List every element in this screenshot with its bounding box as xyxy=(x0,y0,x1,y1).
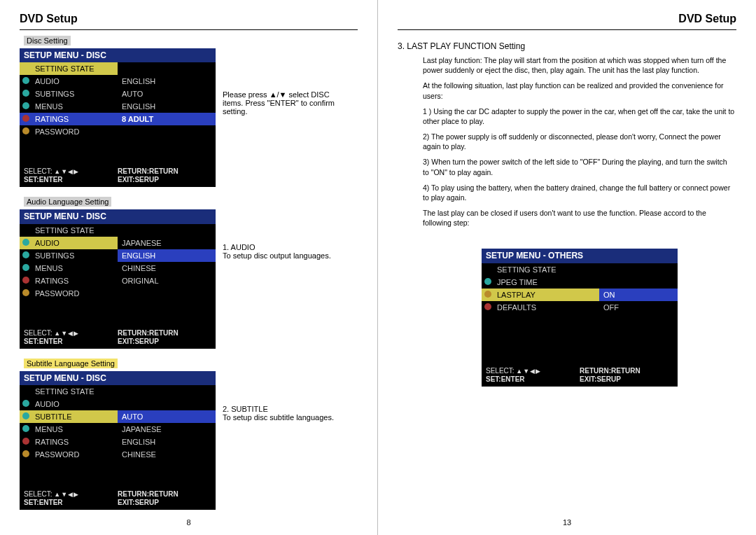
menu-value: AUTO xyxy=(118,88,216,100)
page-right: DVD Setup 3. LAST PLAY FUNCTION Setting … xyxy=(378,0,756,535)
play-icon xyxy=(484,291,491,298)
menu-value-blank xyxy=(599,263,678,276)
globe-icon xyxy=(22,412,29,419)
menu-item-ratings[interactable]: RATINGS xyxy=(20,436,118,448)
menu-item-menus[interactable]: MENUS xyxy=(20,262,118,275)
globe-icon xyxy=(22,400,29,407)
menu-item-jpeg-time[interactable]: JPEG TIME xyxy=(482,276,599,289)
menu-item-menus[interactable]: MENUS xyxy=(20,100,118,113)
menu-value-blank xyxy=(118,125,216,138)
globe-icon xyxy=(22,90,29,97)
menu-item-ratings[interactable]: RATINGS xyxy=(20,113,118,125)
image-icon xyxy=(484,278,491,285)
globe-icon xyxy=(22,239,29,246)
menu-item-setting-state[interactable]: SETTING STATE xyxy=(482,263,599,276)
menu-header: SETUP MENU - DISC xyxy=(20,209,216,223)
page-left: DVD Setup Disc Setting SETUP MENU - DISC… xyxy=(0,0,378,535)
menu-footer: SELECT: ▲▼◀▶SET:ENTER RETURN:RETURNEXIT:… xyxy=(20,166,216,187)
menu-item-setting-state[interactable]: SETTING STATE xyxy=(20,62,118,75)
menu-item-defaults[interactable]: DEFAULTS xyxy=(482,301,599,314)
menu-disc-1: SETUP MENU - DISC SETTING STATE AUDIO SU… xyxy=(20,48,216,187)
reset-icon xyxy=(484,303,491,310)
menu-value: ORIGINAL xyxy=(118,275,216,287)
key-icon xyxy=(22,289,29,296)
menu-value: CHINESE xyxy=(118,262,216,275)
menu-value: JAPANESE xyxy=(118,423,216,436)
body-text: Last play function: The play will start … xyxy=(423,55,735,228)
menu-header: SETUP MENU - DISC xyxy=(20,371,216,385)
menu-item-setting-state[interactable]: SETTING STATE xyxy=(20,224,118,237)
key-icon xyxy=(22,450,29,457)
caption-menu2: 1. AUDIO To setup disc output languages. xyxy=(216,209,331,260)
section-audio-lang: Audio Language Setting xyxy=(24,197,111,207)
row-menu1: SETUP MENU - DISC SETTING STATE AUDIO SU… xyxy=(20,48,358,187)
globe-icon xyxy=(22,264,29,271)
page-title-right: DVD Setup xyxy=(398,13,736,25)
globe-icon xyxy=(22,425,29,432)
page-number-right: 13 xyxy=(378,518,756,527)
menu-item-password[interactable]: PASSWORD xyxy=(20,125,118,138)
caption-menu1: Please press ▲/▼ select DISC items. Pres… xyxy=(216,48,349,116)
menu-item-audio[interactable]: AUDIO xyxy=(20,398,118,410)
menu-item-subtings[interactable]: SUBTINGS xyxy=(20,249,118,262)
globe-icon xyxy=(22,251,29,258)
menu-value: OFF xyxy=(599,301,678,314)
menu-header: SETUP MENU - DISC xyxy=(20,48,216,62)
menu-footer: SELECT: ▲▼◀▶SET:ENTER RETURN:RETURNEXIT:… xyxy=(20,328,216,349)
menu-item-password[interactable]: PASSWORD xyxy=(20,448,118,461)
menu-item-ratings[interactable]: RATINGS xyxy=(20,275,118,287)
lock-icon xyxy=(22,115,29,122)
divider xyxy=(20,29,358,30)
menu-value-blank xyxy=(118,385,216,398)
menu-value: ENGLISH xyxy=(118,436,216,448)
menu-value: ENGLISH xyxy=(118,75,216,88)
page-title-left: DVD Setup xyxy=(20,13,358,25)
menu-disc-2: SETUP MENU - DISC SETTING STATE AUDIO SU… xyxy=(20,209,216,348)
section-disc-setting: Disc Setting xyxy=(24,36,71,46)
menu-value-blank xyxy=(118,398,216,410)
menu-footer: SELECT: ▲▼◀▶SET:ENTER RETURN:RETURNEXIT:… xyxy=(482,366,678,387)
globe-icon xyxy=(22,102,29,109)
menu-value-blank xyxy=(118,224,216,237)
page-number-left: 8 xyxy=(0,518,377,527)
lock-icon xyxy=(22,277,29,284)
row-menu3: SETUP MENU - DISC SETTING STATE AUDIO SU… xyxy=(20,371,358,510)
menu-footer: SELECT: ▲▼◀▶SET:ENTER RETURN:RETURNEXIT:… xyxy=(20,489,216,510)
menu-value-blank xyxy=(599,276,678,289)
menu-others: SETUP MENU - OTHERS SETTING STATE JPEG T… xyxy=(482,249,678,386)
menu-value-selected: 8 ADULT xyxy=(118,113,216,125)
menu-header: SETUP MENU - OTHERS xyxy=(482,249,678,263)
section-subtitle-lang: Subtitle Language Setting xyxy=(24,359,118,368)
menu-value: ENGLISH xyxy=(118,100,216,113)
menu-value: JAPANESE xyxy=(118,237,216,249)
menu-value-selected: ENGLISH xyxy=(118,249,216,262)
lock-icon xyxy=(22,438,29,445)
menu-item-audio[interactable]: AUDIO xyxy=(20,237,118,249)
menu-item-setting-state[interactable]: SETTING STATE xyxy=(20,385,118,398)
divider xyxy=(398,29,736,30)
menu-value: CHINESE xyxy=(118,448,216,461)
globe-icon xyxy=(22,77,29,84)
menu-item-subtings[interactable]: SUBTINGS xyxy=(20,88,118,100)
menu-value-blank xyxy=(118,287,216,300)
heading-lastplay: 3. LAST PLAY FUNCTION Setting xyxy=(398,41,736,51)
menu-item-lastplay[interactable]: LASTPLAY xyxy=(482,289,599,301)
menu-value-selected: AUTO xyxy=(118,410,216,423)
caption-menu3: 2. SUBTITLE To setup disc subtitle langu… xyxy=(216,371,334,422)
menu-disc-3: SETUP MENU - DISC SETTING STATE AUDIO SU… xyxy=(20,371,216,510)
menu-item-audio[interactable]: AUDIO xyxy=(20,75,118,88)
menu-value-selected: ON xyxy=(599,289,678,301)
row-menu2: SETUP MENU - DISC SETTING STATE AUDIO SU… xyxy=(20,209,358,348)
menu-value-blank xyxy=(118,62,216,75)
key-icon xyxy=(22,127,29,134)
menu-item-password[interactable]: PASSWORD xyxy=(20,287,118,300)
menu-item-menus[interactable]: MENUS xyxy=(20,423,118,436)
menu-item-subtitle[interactable]: SUBTITLE xyxy=(20,410,118,423)
